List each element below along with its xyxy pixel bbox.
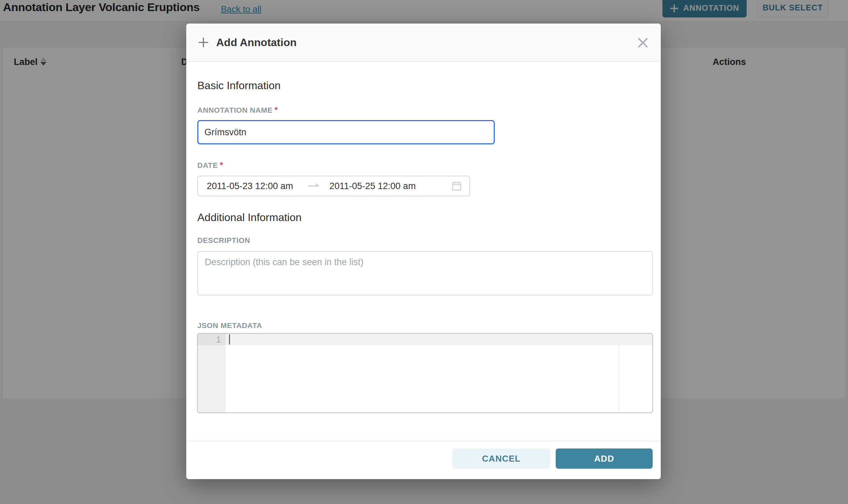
required-asterisk: *: [220, 161, 223, 169]
add-annotation-modal: Add Annotation Basic Information ANNOTAT…: [186, 23, 661, 479]
date-range-picker[interactable]: 2011-05-23 12:00 am 2011-05-25 12:00 am: [197, 176, 470, 197]
description-textarea[interactable]: [197, 251, 653, 295]
editor-text-cursor: [229, 335, 230, 344]
date-label: DATE*: [197, 161, 223, 170]
json-metadata-editor[interactable]: 1: [197, 333, 653, 413]
date-end-value[interactable]: 2011-05-25 12:00 am: [329, 181, 416, 192]
required-asterisk: *: [275, 105, 278, 114]
close-icon[interactable]: [636, 36, 650, 50]
description-label: DESCRIPTION: [197, 236, 250, 245]
editor-print-margin: [619, 334, 619, 413]
additional-information-heading: Additional Information: [197, 211, 302, 224]
basic-information-heading: Basic Information: [197, 79, 280, 92]
annotation-name-label-text: ANNOTATION NAME: [197, 106, 273, 114]
annotation-name-input[interactable]: [197, 120, 495, 144]
range-arrow-icon: [308, 183, 319, 190]
editor-line-number: 1: [198, 334, 226, 345]
date-start-value[interactable]: 2011-05-23 12:00 am: [207, 181, 293, 192]
calendar-icon: [451, 181, 462, 192]
cancel-button[interactable]: CANCEL: [452, 449, 550, 469]
plus-icon: [197, 36, 209, 49]
json-metadata-label: JSON METADATA: [197, 321, 262, 330]
editor-active-line: [226, 334, 652, 345]
screen: Annotation Layer Volcanic Eruptions Back…: [0, 0, 848, 504]
date-label-text: DATE: [197, 161, 218, 169]
modal-footer: CANCEL ADD: [186, 441, 661, 479]
editor-gutter: [198, 334, 226, 413]
annotation-name-label: ANNOTATION NAME*: [197, 105, 278, 115]
modal-title: Add Annotation: [216, 36, 297, 49]
add-button[interactable]: ADD: [556, 449, 653, 469]
modal-header: Add Annotation: [186, 23, 661, 62]
